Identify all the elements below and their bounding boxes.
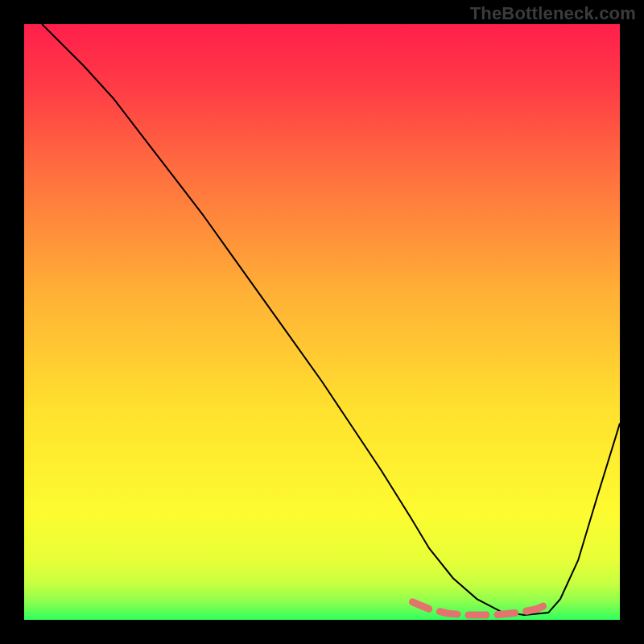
gradient-background bbox=[24, 24, 620, 620]
chart-svg bbox=[24, 24, 620, 620]
plot-area bbox=[24, 24, 620, 620]
watermark-text: TheBottleneck.com bbox=[470, 3, 636, 24]
chart-frame: TheBottleneck.com bbox=[0, 0, 644, 644]
